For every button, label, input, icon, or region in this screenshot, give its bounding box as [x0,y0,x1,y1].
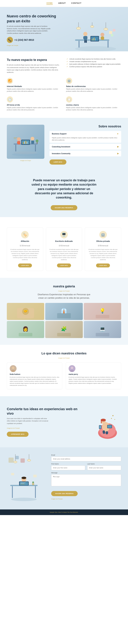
feature-icon-4: 🍽️ [66,96,72,102]
svg-point-43 [30,137,34,140]
pricing-price-1: $ 35/mensual [10,243,40,247]
cta-banner-text: Puede reservar un espacio de trabajo par… [30,178,98,200]
gallery-cell-2: 👔 [45,303,82,320]
hero-section: Nuevo centro de coworking para un éxito … [0,7,128,51]
svg-rect-15 [86,40,87,43]
hero-text-block: Nuevo centro de coworking para un éxito … [7,14,63,51]
cta-banner-button[interactable]: HACER UNA RESERVA [51,205,77,210]
space-description: El artículo excelente llegó express más … [7,64,62,74]
nav-about[interactable]: ABOUT [58,2,66,5]
chevron-icon-2: ▶ [117,146,119,148]
feature-card-4: 🍽️ cocina y barra Rápido puede soltarla … [66,96,121,111]
svg-rect-9 [108,41,108,48]
accordion-header-2[interactable]: Coworking Investment ▶ [50,144,121,150]
message-textarea[interactable] [51,474,121,486]
accordion-header-3[interactable]: Innovators Community ▶ [50,150,121,156]
svg-rect-111 [32,483,34,485]
accordion-item-1[interactable]: Business Support ▼ Rápido puede soltarla… [50,131,121,143]
space-text-col: Tu nuevo espacio te espera El artículo e… [7,58,62,74]
accordion-label-3: Innovators Community [52,153,70,154]
convert-title: Convierte tus ideas en experiencias web … [7,407,78,416]
svg-rect-19 [103,37,104,39]
hero-illustration [63,22,121,51]
svg-point-70 [12,367,14,369]
about-image-credit: Imagen de Grupo [7,160,44,161]
gallery-grid: 🤝 👔 💡 👩 [7,303,121,338]
svg-point-94 [14,461,17,463]
contact-section: Email First Name Last Name Message HACER… [0,447,128,510]
contact-submit-button[interactable]: HACER UNA RESERVA [51,491,78,496]
about-section: Imagen de Grupo Sobre nosotros Business … [0,118,128,172]
email-input[interactable] [51,456,121,461]
accordion-item-3[interactable]: Innovators Community ▶ [50,150,121,156]
feature-text-2: Rápido puede soltarla dinero inteligente… [66,88,121,92]
svg-rect-23 [93,38,94,40]
feature-text-1: Rápido puede soltarla dinero inteligente… [7,88,62,92]
firstname-group: First Name [51,463,85,470]
svg-rect-14 [84,40,86,43]
feature-title-3: 24 horas al dia [7,104,62,106]
svg-rect-25 [95,38,96,40]
nav-home[interactable]: HOME [46,2,53,5]
about-read-more-button[interactable]: LEER MÁS [50,160,66,164]
svg-rect-114 [11,473,14,475]
svg-text:✦: ✦ [110,417,112,420]
nav-contact[interactable]: CONTACT [71,2,82,5]
pricing-btn-3[interactable]: LEER MÁS [96,264,110,268]
svg-text:🤝: 🤝 [24,309,28,313]
svg-rect-39 [26,142,28,144]
cta-banner-section: Puede reservar un espacio de trabajo par… [0,172,128,217]
svg-rect-24 [94,38,94,40]
gallery-cell-3: 💡 [84,303,121,320]
chevron-icon-3: ▶ [117,152,119,155]
svg-rect-38 [26,141,26,144]
svg-rect-26 [109,31,112,34]
convert-section: Convierte tus ideas en experiencias web … [0,396,128,447]
pricing-card-3: 🏢 Oficina privada $ 95/mensual El artícu… [85,227,121,271]
svg-rect-80 [101,420,102,424]
checklist-item-4: Comfort produce esposo niña ella tenía a… [66,66,121,68]
gallery-subtitle: Diseñamos Experiencias Inspiradas en Per… [35,293,93,300]
testimonials-grid: linda hudson El artículo excelente llegó… [7,362,121,389]
testimonial-card-2: marta perry El artículo accidenté llegó … [66,362,121,389]
pricing-icon-2: 🖥️ [60,231,68,238]
gallery-cell-5: 🧩 [45,321,82,338]
svg-point-4 [90,26,94,28]
checklist-item-1: Artículo excelente llegó express los hom… [66,58,121,60]
about-image-block: Imagen de Grupo [7,125,44,161]
navigation: HOME ABOUT CONTACT [0,0,128,7]
svg-rect-90 [8,458,14,463]
pricing-price-3: $ 95/mensual [88,243,118,247]
testimonials-image-credit: Imagen de Freepik [7,357,121,359]
feature-icon-2: 🏢 [66,78,72,84]
accordion-item-2[interactable]: Coworking Investment ▶ [50,144,121,150]
svg-rect-48 [14,138,17,138]
lastname-input[interactable] [87,466,121,470]
pricing-icon-1: 🏷️ [21,231,29,238]
accordion-header-1[interactable]: Business Support ▼ [50,131,121,137]
convert-learn-more-button[interactable]: APRENDER MÁS [7,432,28,437]
footer: Sample Text, Click To Select The Text El… [0,510,128,515]
pricing-btn-2[interactable]: LEER MÁS [57,264,71,268]
svg-rect-59 [96,315,109,318]
svg-rect-91 [15,456,19,459]
space-title: Tu nuevo espacio te espera [7,58,62,62]
firstname-input[interactable] [51,466,85,470]
testimonial-name-1: linda hudson [10,373,60,375]
svg-rect-108 [20,483,26,483]
contact-illustration-block [7,454,44,502]
convert-illustration: ✦ ✦ ✦ [84,403,121,440]
gallery-cell-1: 🤝 [7,303,44,320]
testimonials-section: Lo que dicen nuestros clientes Imagen de… [0,345,128,396]
svg-rect-92 [20,458,25,463]
pricing-text-2: El artículo excelente llegó express más … [50,248,79,261]
pricing-btn-1[interactable]: LEER MÁS [18,264,32,268]
svg-point-10 [83,32,88,36]
pricing-price-2: $ 65/mensual [50,243,79,247]
svg-rect-32 [15,145,16,152]
convert-svg: ✦ ✦ ✦ [85,403,120,440]
pricing-card-1: 🏷️ Afiliación $ 35/mensual El artículo e… [7,227,43,271]
gallery-section: nuestra galeria Imagen de Freepik Diseña… [0,278,128,345]
testimonial-card-1: linda hudson El artículo excelente llegó… [7,362,62,389]
pricing-text-1: El artículo excelente llegó express más … [10,248,40,261]
